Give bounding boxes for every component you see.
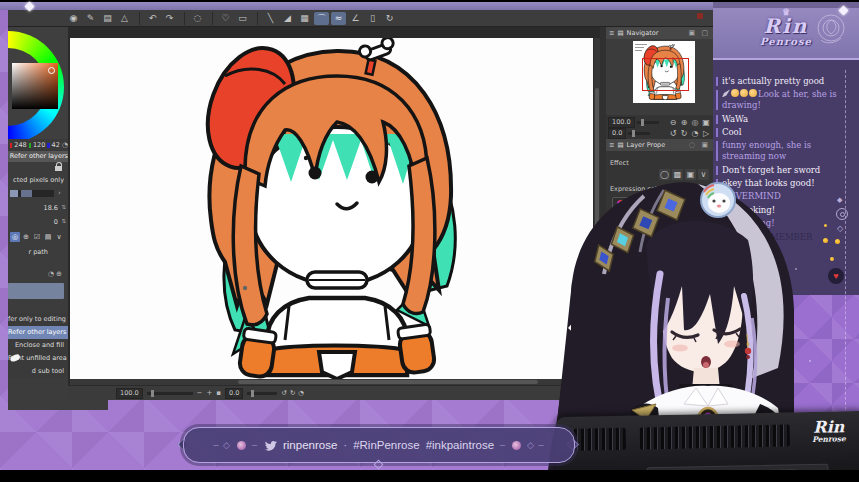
blue-swatch [47, 143, 49, 148]
zoom-out-icon[interactable]: ⊖ [668, 118, 678, 127]
navigator-rotation-row: 0.0 ↺↻◔▷ [608, 128, 711, 139]
line-icon[interactable]: ╲ [263, 12, 278, 25]
chibi-drawing [185, 38, 475, 379]
zoom-in-icon[interactable]: ⊕ [679, 118, 689, 127]
slider-expand-icon[interactable]: › [58, 189, 61, 197]
twitter-handle[interactable]: rinpenrose [283, 439, 337, 451]
heart-select-icon[interactable]: ♡ [218, 12, 233, 25]
navigator-preview-area[interactable] [606, 39, 713, 115]
workspace-icon[interactable]: ◉ [66, 12, 81, 25]
layer-property-header[interactable]: ≡ ▤ Layer Prope ◌ ▣ [606, 139, 713, 151]
drawing-canvas[interactable] [70, 38, 593, 379]
logo-line2: Penrose [713, 37, 859, 47]
grid-icon[interactable]: ▦ [297, 12, 312, 25]
reset-rotation-icon[interactable]: ◔ [690, 129, 700, 138]
subtool-item[interactable]: Refer other layers [8, 326, 68, 339]
subtool-item[interactable]: Enclose and fill [8, 339, 68, 352]
zoom-slider[interactable] [147, 392, 193, 395]
banner-decor: ◇ – [527, 440, 544, 450]
navigator-view-rectangle[interactable] [642, 58, 689, 91]
fit-screen-icon[interactable]: ◎ [690, 118, 700, 127]
undo-icon[interactable]: ↶ [145, 12, 160, 25]
zoom-out-button[interactable]: − [197, 389, 203, 397]
tool-property-icons: ◎⊕☑▤∨ [10, 232, 64, 242]
zoom-in-button[interactable]: + [206, 389, 212, 397]
gradient-icon[interactable]: ◢ [280, 12, 295, 25]
pen-setup-icon[interactable]: ✎ [83, 12, 98, 25]
hashtag-rinpenrose[interactable]: #RinPenrose [353, 439, 419, 451]
panel-header-icons[interactable]: ◌ ▣ [689, 141, 710, 149]
history-icons[interactable]: ◔⊕ [48, 270, 64, 278]
selected-swatch-bar[interactable] [8, 283, 64, 299]
navigator-zoom-value[interactable]: 100.0 [608, 117, 635, 128]
reset-view-icon[interactable]: ◔ [298, 389, 304, 397]
layers-ref-icon[interactable]: ▤ [43, 232, 53, 242]
polyline-icon[interactable]: ∠ [348, 12, 363, 25]
rotation-slider[interactable] [247, 392, 277, 395]
social-banner: – ◇ – rinpenrose · #RinPenrose #inkpaint… [183, 427, 575, 463]
tolerance-stepper[interactable]: ⇅ [61, 218, 66, 224]
marquee-icon[interactable]: ▭ [235, 12, 250, 25]
subtool-list: fer only to editing layerRefer other lay… [8, 313, 68, 378]
paper-icon[interactable]: ▯ [365, 12, 380, 25]
status-bar: 100.0 − + ▪ 0.0 ↺↻◔ [68, 386, 606, 400]
navigator-header[interactable]: ≡ ▤ Navigator ▣ ▢ [606, 27, 713, 39]
rotate-left-icon[interactable]: ↺ [668, 129, 678, 138]
toolbar-divider [179, 12, 185, 25]
dashed-divider [845, 70, 846, 435]
hashtag-inkpaintrose[interactable]: #inkpaintrose [426, 439, 494, 451]
caret-icon[interactable]: ∨ [54, 232, 64, 242]
rotate-right-icon[interactable]: ↻ [679, 129, 689, 138]
subtool-item[interactable]: fer only to editing layer [8, 313, 68, 326]
checkbox-icon[interactable]: ☑ [32, 232, 42, 242]
green-value: 120 [33, 141, 45, 149]
navigator-title: Navigator [627, 29, 659, 37]
navigator-rotation-value[interactable]: 0.0 [608, 128, 626, 139]
size-stepper[interactable]: ⇅ [61, 204, 66, 210]
flip-icon[interactable]: ▷ [701, 129, 711, 138]
panel-menu-icon[interactable]: ≡ [609, 29, 614, 37]
mascot-badge [701, 183, 735, 217]
panel-menu-icon[interactable]: ≡ [609, 141, 614, 149]
rotate-cw-icon[interactable]: ↻ [290, 389, 295, 397]
chat-message: Don't forget her sword [716, 165, 842, 176]
logo-header: ♛ Rin Penrose [713, 0, 859, 60]
rotate-icon[interactable]: ↻ [382, 12, 397, 25]
rose-icon [237, 441, 246, 450]
antialias-icon[interactable]: ◎ [10, 232, 20, 242]
size-value[interactable]: 18.6 [18, 204, 58, 212]
redo-icon[interactable]: ↷ [162, 12, 177, 25]
toolbar-divider [252, 12, 258, 25]
subtool-item[interactable]: d sub tool [8, 365, 68, 378]
subtool-item[interactable]: Paint unfilled area [8, 352, 68, 365]
navigator-zoom-slider[interactable] [637, 121, 659, 124]
green-swatch [29, 143, 31, 148]
color-wheel-panel[interactable] [8, 27, 68, 139]
rose-ornament-icon [836, 208, 848, 220]
rotation-value[interactable]: 0.0 [225, 388, 243, 399]
clap-emoji [731, 89, 739, 97]
navigator-rotation-slider[interactable] [628, 132, 650, 135]
color-cursor[interactable] [48, 67, 55, 74]
actual-size-icon[interactable]: ▣ [701, 118, 711, 127]
folder-icon[interactable]: ▤ [100, 12, 115, 25]
zoom-value[interactable]: 100.0 [116, 388, 143, 399]
lock-icon[interactable] [55, 166, 62, 171]
record-icon[interactable] [697, 13, 703, 19]
tablet-vents [574, 428, 626, 451]
expand-icon[interactable]: ⊕ [21, 232, 31, 242]
export-icon[interactable]: △ [117, 12, 132, 25]
tolerance-value[interactable]: 0 [18, 218, 58, 226]
heart-emote: ♥ [828, 268, 844, 284]
rotate-ccw-icon[interactable]: ↺ [281, 389, 286, 397]
tolerance-slider[interactable] [10, 190, 54, 197]
navigator-thumbnail[interactable] [633, 41, 695, 103]
lasso-icon[interactable]: ◌ [190, 12, 205, 25]
canvas-zone [68, 27, 600, 386]
spline-icon[interactable]: ≈ [331, 12, 346, 25]
panel-header-icons[interactable]: ▣ ▢ [689, 29, 710, 37]
sparkle-icon [830, 257, 834, 261]
curve-icon[interactable]: ⌒ [314, 12, 329, 25]
zoom-reset-icon[interactable]: ▪ [216, 389, 221, 397]
horizontal-scrollbar[interactable] [70, 379, 593, 385]
